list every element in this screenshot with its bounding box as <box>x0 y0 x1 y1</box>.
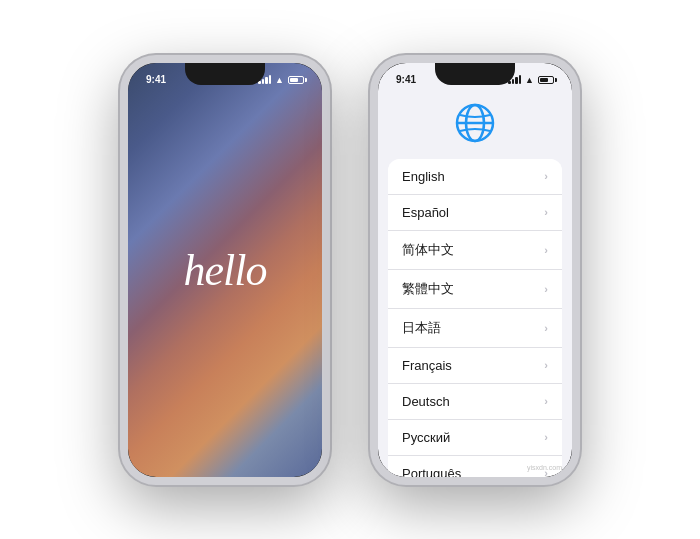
language-name-espanol: Español <box>402 205 449 220</box>
status-bar: 9:41 ▲ <box>128 69 322 91</box>
language-item-german[interactable]: Deutsch› <box>388 384 562 420</box>
wifi-icon: ▲ <box>275 75 284 85</box>
chevron-right-icon: › <box>544 170 548 182</box>
mute-button <box>120 123 122 151</box>
wifi-icon: ▲ <box>525 75 534 85</box>
language-screen: 9:41 ▲ <box>378 63 572 477</box>
volume-down-button <box>120 215 122 259</box>
language-name-english: English <box>402 169 445 184</box>
language-list: English›Español›简体中文›繁體中文›日本語›Français›D… <box>388 159 562 477</box>
battery-icon <box>288 76 304 84</box>
language-item-english[interactable]: English› <box>388 159 562 195</box>
volume-down-button <box>370 215 372 259</box>
language-item-french[interactable]: Français› <box>388 348 562 384</box>
chevron-right-icon: › <box>544 283 548 295</box>
volume-up-button <box>120 163 122 207</box>
language-item-espanol[interactable]: Español› <box>388 195 562 231</box>
signal-icon <box>508 75 521 84</box>
phone-language: 9:41 ▲ <box>370 55 580 485</box>
status-time: 9:41 <box>396 74 416 85</box>
phone-hello: 9:41 ▲ hello <box>120 55 330 485</box>
status-icons: ▲ <box>508 75 554 85</box>
watermark: yisxdn.com <box>527 464 562 471</box>
chevron-right-icon: › <box>544 395 548 407</box>
hello-screen: 9:41 ▲ hello <box>128 63 322 477</box>
chevron-right-icon: › <box>544 322 548 334</box>
status-time: 9:41 <box>146 74 166 85</box>
language-name-simplified-chinese: 简体中文 <box>402 241 454 259</box>
language-item-japanese[interactable]: 日本語› <box>388 309 562 348</box>
language-name-japanese: 日本語 <box>402 319 441 337</box>
status-icons: ▲ <box>258 75 304 85</box>
volume-up-button <box>370 163 372 207</box>
language-item-traditional-chinese[interactable]: 繁體中文› <box>388 270 562 309</box>
power-button <box>328 143 330 193</box>
hello-text: hello <box>184 244 267 295</box>
language-name-traditional-chinese: 繁體中文 <box>402 280 454 298</box>
globe-icon <box>451 99 499 147</box>
signal-icon <box>258 75 271 84</box>
language-name-portuguese: Português <box>402 466 461 477</box>
mute-button <box>370 123 372 151</box>
chevron-right-icon: › <box>544 359 548 371</box>
language-item-russian[interactable]: Русский› <box>388 420 562 456</box>
status-bar: 9:41 ▲ <box>378 69 572 91</box>
chevron-right-icon: › <box>544 244 548 256</box>
language-item-simplified-chinese[interactable]: 简体中文› <box>388 231 562 270</box>
language-name-russian: Русский <box>402 430 450 445</box>
power-button <box>578 143 580 193</box>
battery-icon <box>538 76 554 84</box>
language-name-french: Français <box>402 358 452 373</box>
chevron-right-icon: › <box>544 206 548 218</box>
chevron-right-icon: › <box>544 431 548 443</box>
language-name-german: Deutsch <box>402 394 450 409</box>
